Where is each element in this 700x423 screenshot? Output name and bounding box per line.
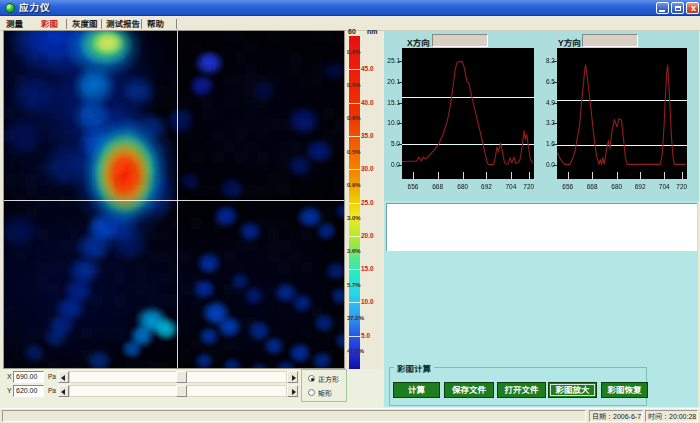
menu-item-help[interactable]: 帮助 — [147, 17, 164, 30]
button-calculate[interactable]: 计算 — [393, 382, 440, 398]
colorbar-tick — [349, 169, 360, 170]
colorbar-percent-label: 0.6% — [347, 115, 373, 121]
colorbar-value-label: 15.0 — [361, 265, 383, 272]
shape-radio-group: 正方形矩形 — [301, 369, 347, 402]
colorbar-tick — [349, 103, 360, 104]
heatmap-image[interactable] — [4, 31, 344, 368]
radio-circle-icon — [308, 389, 315, 396]
chart-y-tick-mark — [398, 144, 402, 145]
colorbar-percent-label: 3.6% — [347, 248, 373, 254]
y-scrollbar-left-button[interactable] — [58, 385, 69, 397]
colorbar-percent-label: 0.5% — [347, 149, 373, 155]
chart-title-y: Y方向 — [558, 36, 581, 48]
menu-item-test-report[interactable]: 测试报告 — [106, 17, 140, 30]
colorbar-percent-label: 3.0% — [347, 215, 373, 221]
button-open-file[interactable]: 打开文件 — [497, 382, 546, 398]
status-time: 时间：20:00:28 — [645, 410, 698, 422]
button-restore-map[interactable]: 彩图恢复 — [601, 382, 648, 398]
minimize-button[interactable] — [656, 2, 669, 14]
colorbar-value-label: 40.0 — [361, 99, 383, 106]
colorbar-tick — [349, 302, 360, 303]
restore-button[interactable] — [671, 2, 684, 14]
radio-label-rect: 矩形 — [318, 388, 332, 398]
chart-plot-y — [557, 48, 687, 179]
chart-y-tick-mark — [553, 165, 557, 166]
app-icon — [5, 3, 15, 13]
title-bar[interactable]: 应力仪 x — [0, 0, 700, 16]
close-icon: x — [687, 2, 700, 15]
close-button[interactable]: x — [686, 2, 699, 14]
arrow-left-icon — [61, 375, 65, 381]
y-scrollbar-thumb[interactable] — [176, 385, 187, 397]
colorbar-percent-label: 0.9% — [347, 182, 373, 188]
colorbar-tick — [349, 203, 360, 204]
colorbar-value-label: 10.0 — [361, 298, 383, 305]
chart-input-y[interactable] — [582, 34, 638, 47]
colorbar-tick — [349, 136, 360, 137]
x-scrollbar-right-button[interactable] — [287, 371, 298, 383]
result-box — [386, 203, 697, 251]
chart-y-tick-mark — [398, 61, 402, 62]
chart-x-tick-label: 720 — [519, 183, 539, 190]
button-zoom-in[interactable]: 彩图放大 — [548, 382, 597, 398]
colorbar-percent-label: 0.6% — [347, 49, 373, 55]
arrow-right-icon — [292, 389, 296, 395]
colorbar-unit-label: nm — [367, 28, 378, 35]
menu-separator — [66, 19, 67, 29]
chart-x-tick-label: 680 — [607, 183, 627, 190]
y-unit-label: Pa — [48, 387, 56, 394]
x-axis-label: X — [7, 373, 12, 380]
x-scrollbar-left-button[interactable] — [58, 371, 69, 383]
status-bar: 日期：2006-6-7 时间：20:00:28 — [0, 408, 700, 423]
colorbar-max-label: 60 — [348, 28, 356, 35]
colorbar: 60 nm 1 45.040.035.030.025.020.015.010.0… — [346, 28, 383, 380]
colorbar-tick — [349, 69, 360, 70]
chart-y-tick-mark — [553, 61, 557, 62]
colorbar-percent-label: 37.2% — [347, 315, 373, 321]
chart-x-tick-label: 692 — [476, 183, 496, 190]
menu-item-grayscale[interactable]: 灰度图 — [72, 17, 98, 30]
colorbar-value-label: 20.0 — [361, 232, 383, 239]
colorbar-percent-label: 0.6% — [347, 82, 373, 88]
x-unit-label: Pa — [48, 373, 56, 380]
chart-x-tick-label: 720 — [672, 183, 692, 190]
y-scrollbar-right-button[interactable] — [287, 385, 298, 397]
colorbar-value-label: 25.0 — [361, 199, 383, 206]
colorbar-tick — [349, 236, 360, 237]
chart-title-x: X方向 — [407, 36, 430, 48]
radio-circle-icon — [308, 375, 315, 382]
radio-label-square: 正方形 — [318, 374, 339, 384]
window-title: 应力仪 — [19, 1, 51, 15]
y-axis-label: Y — [7, 387, 12, 394]
chart-y-tick-mark — [553, 103, 557, 104]
arrow-right-icon — [292, 375, 296, 381]
chart-y-tick-mark — [398, 123, 402, 124]
x-scrollbar-thumb[interactable] — [176, 371, 187, 383]
chart-x-tick-label: 656 — [558, 183, 578, 190]
colormap-calc-title: 彩图计算 — [394, 362, 434, 374]
chart-x-tick-label: 656 — [403, 183, 423, 190]
colorbar-value-label: 5.0 — [361, 332, 383, 339]
colorbar-value-label: 35.0 — [361, 132, 383, 139]
colorbar-percent-label: 47.3% — [347, 348, 373, 354]
colorbar-tick — [349, 336, 360, 337]
x-position-input[interactable]: 690.00 — [13, 371, 44, 383]
chart-y-tick-mark — [398, 103, 402, 104]
chart-y-tick-mark — [553, 144, 557, 145]
chart-input-x[interactable] — [432, 34, 488, 47]
chart-y-tick-mark — [553, 123, 557, 124]
radio-dot-icon — [311, 378, 314, 381]
chart-x-tick-label: 668 — [428, 183, 448, 190]
button-save-file[interactable]: 保存文件 — [444, 382, 494, 398]
colorbar-percent-label: 5.7% — [347, 282, 373, 288]
chart-plot-x — [402, 48, 534, 179]
menu-item-colormap[interactable]: 彩图 — [41, 17, 58, 30]
menu-separator — [101, 19, 102, 29]
y-position-input[interactable]: 620.00 — [13, 385, 44, 397]
chart-y-tick-mark — [553, 82, 557, 83]
menu-separator — [141, 19, 142, 29]
menu-item-measure[interactable]: 测量 — [6, 17, 23, 30]
status-date: 日期：2006-6-7 — [589, 410, 643, 422]
colormap-calc-group: 彩图计算 计算保存文件打开文件彩图放大彩图恢复 — [389, 367, 647, 406]
chart-x-tick-label: 680 — [453, 183, 473, 190]
